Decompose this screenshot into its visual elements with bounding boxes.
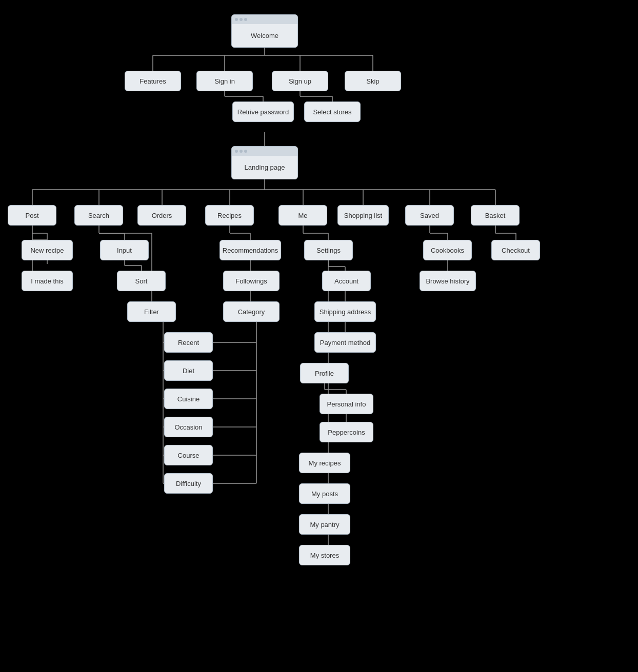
personal-info-label: Personal info (327, 400, 366, 408)
sitemap-diagram: Welcome Features Sign in Sign up Skip Re… (0, 0, 638, 672)
recent-node: Recent (164, 332, 213, 353)
select-stores-label: Select stores (313, 108, 351, 116)
settings-node: Settings (304, 240, 353, 260)
cookbooks-node: Cookbooks (423, 240, 472, 260)
peppercoins-label: Peppercoins (328, 429, 365, 436)
profile-label: Profile (315, 370, 334, 377)
cookbooks-label: Cookbooks (431, 247, 464, 254)
settings-label: Settings (316, 247, 341, 254)
recent-label: Recent (178, 339, 199, 347)
shipping-address-node: Shipping address (314, 301, 376, 322)
shopping-list-label: Shopping list (344, 212, 382, 219)
sort-label: Sort (135, 277, 148, 285)
peppercoins-node: Peppercoins (320, 422, 373, 442)
difficulty-node: Difficulty (164, 473, 213, 494)
diet-node: Diet (164, 360, 213, 381)
my-stores-node: My stores (299, 545, 350, 565)
new-recipe-label: New recipe (30, 247, 64, 254)
signup-label: Sign up (289, 77, 311, 85)
signup-node: Sign up (272, 71, 328, 91)
occasion-label: Occasion (174, 423, 202, 431)
filter-label: Filter (144, 308, 159, 316)
saved-label: Saved (420, 212, 439, 219)
followings-node: Followings (223, 271, 280, 291)
recommendations-node: Recommendations (220, 240, 281, 260)
category-node: Category (223, 301, 280, 322)
new-recipe-node: New recipe (22, 240, 73, 260)
i-made-this-label: I made this (31, 277, 64, 285)
sort-node: Sort (117, 271, 166, 291)
me-label: Me (298, 212, 307, 219)
features-node: Features (125, 71, 181, 91)
account-label: Account (334, 277, 358, 285)
account-node: Account (322, 271, 371, 291)
basket-node: Basket (471, 205, 520, 226)
my-pantry-label: My pantry (310, 521, 339, 528)
my-posts-node: My posts (299, 483, 350, 504)
retrieve-password-label: Retrive password (237, 108, 289, 116)
personal-info-node: Personal info (320, 394, 373, 414)
my-recipes-label: My recipes (309, 459, 341, 467)
basket-label: Basket (485, 212, 506, 219)
signin-label: Sign in (214, 77, 235, 85)
cuisine-node: Cuisine (164, 389, 213, 409)
skip-label: Skip (366, 77, 379, 85)
payment-method-label: Payment method (320, 339, 370, 347)
followings-label: Followings (235, 277, 267, 285)
cuisine-label: Cuisine (177, 395, 200, 403)
payment-method-node: Payment method (314, 332, 376, 353)
profile-node: Profile (300, 363, 349, 383)
input-node: Input (100, 240, 149, 260)
i-made-this-node: I made this (22, 271, 73, 291)
saved-node: Saved (405, 205, 454, 226)
post-node: Post (8, 205, 56, 226)
me-node: Me (278, 205, 327, 226)
landing-node: Landing page (231, 146, 298, 179)
my-posts-label: My posts (311, 490, 338, 498)
welcome-node: Welcome (231, 14, 298, 48)
search-node: Search (74, 205, 123, 226)
orders-label: Orders (152, 212, 172, 219)
shipping-address-label: Shipping address (320, 308, 371, 316)
signin-node: Sign in (196, 71, 253, 91)
retrieve-password-node: Retrive password (232, 101, 294, 122)
orders-node: Orders (137, 205, 186, 226)
shopping-list-node: Shopping list (337, 205, 389, 226)
occasion-node: Occasion (164, 417, 213, 437)
recommendations-label: Recommendations (223, 247, 278, 254)
skip-node: Skip (345, 71, 401, 91)
input-label: Input (117, 247, 132, 254)
checkout-node: Checkout (491, 240, 540, 260)
course-label: Course (178, 452, 200, 459)
diet-label: Diet (183, 367, 194, 375)
post-label: Post (25, 212, 38, 219)
difficulty-label: Difficulty (176, 480, 201, 487)
browse-history-node: Browse history (420, 271, 476, 291)
browse-history-label: Browse history (426, 277, 469, 285)
filter-node: Filter (127, 301, 176, 322)
my-pantry-node: My pantry (299, 514, 350, 535)
my-recipes-node: My recipes (299, 453, 350, 473)
select-stores-node: Select stores (304, 101, 361, 122)
my-stores-label: My stores (310, 552, 339, 559)
checkout-label: Checkout (502, 247, 530, 254)
course-node: Course (164, 445, 213, 465)
landing-label: Landing page (245, 164, 285, 171)
category-label: Category (238, 308, 265, 316)
search-label: Search (88, 212, 109, 219)
welcome-label: Welcome (251, 32, 278, 39)
recipes-label: Recipes (217, 212, 242, 219)
recipes-node: Recipes (205, 205, 254, 226)
features-label: Features (139, 77, 166, 85)
